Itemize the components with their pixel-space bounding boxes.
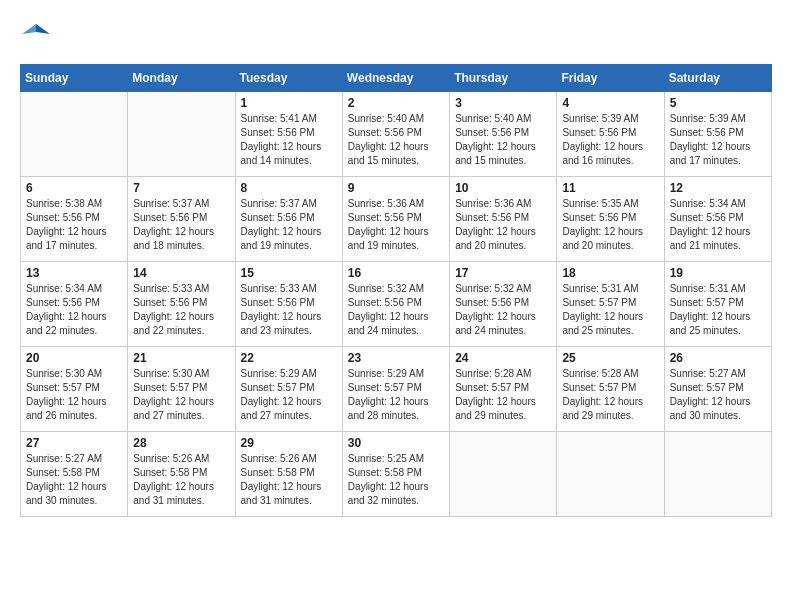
day-info: Sunrise: 5:31 AM Sunset: 5:57 PM Dayligh… [562, 282, 658, 338]
day-info: Sunrise: 5:28 AM Sunset: 5:57 PM Dayligh… [455, 367, 551, 423]
day-number: 11 [562, 181, 658, 195]
day-info: Sunrise: 5:34 AM Sunset: 5:56 PM Dayligh… [670, 197, 766, 253]
calendar-cell: 28Sunrise: 5:26 AM Sunset: 5:58 PM Dayli… [128, 432, 235, 517]
day-info: Sunrise: 5:41 AM Sunset: 5:56 PM Dayligh… [241, 112, 337, 168]
day-info: Sunrise: 5:32 AM Sunset: 5:56 PM Dayligh… [455, 282, 551, 338]
day-info: Sunrise: 5:26 AM Sunset: 5:58 PM Dayligh… [241, 452, 337, 508]
calendar-table: SundayMondayTuesdayWednesdayThursdayFrid… [20, 64, 772, 517]
day-number: 27 [26, 436, 122, 450]
day-info: Sunrise: 5:36 AM Sunset: 5:56 PM Dayligh… [455, 197, 551, 253]
calendar-cell: 15Sunrise: 5:33 AM Sunset: 5:56 PM Dayli… [235, 262, 342, 347]
day-info: Sunrise: 5:26 AM Sunset: 5:58 PM Dayligh… [133, 452, 229, 508]
calendar-week-row: 1Sunrise: 5:41 AM Sunset: 5:56 PM Daylig… [21, 92, 772, 177]
day-info: Sunrise: 5:36 AM Sunset: 5:56 PM Dayligh… [348, 197, 444, 253]
day-info: Sunrise: 5:33 AM Sunset: 5:56 PM Dayligh… [241, 282, 337, 338]
calendar-cell: 30Sunrise: 5:25 AM Sunset: 5:58 PM Dayli… [342, 432, 449, 517]
day-info: Sunrise: 5:28 AM Sunset: 5:57 PM Dayligh… [562, 367, 658, 423]
calendar-cell: 8Sunrise: 5:37 AM Sunset: 5:56 PM Daylig… [235, 177, 342, 262]
day-info: Sunrise: 5:32 AM Sunset: 5:56 PM Dayligh… [348, 282, 444, 338]
logo [20, 20, 50, 48]
calendar-cell [664, 432, 771, 517]
day-info: Sunrise: 5:31 AM Sunset: 5:57 PM Dayligh… [670, 282, 766, 338]
calendar-cell [128, 92, 235, 177]
day-info: Sunrise: 5:33 AM Sunset: 5:56 PM Dayligh… [133, 282, 229, 338]
logo-bird-icon [22, 20, 50, 48]
weekday-header-saturday: Saturday [664, 65, 771, 92]
calendar-week-row: 20Sunrise: 5:30 AM Sunset: 5:57 PM Dayli… [21, 347, 772, 432]
day-number: 12 [670, 181, 766, 195]
svg-marker-0 [36, 24, 50, 34]
day-info: Sunrise: 5:25 AM Sunset: 5:58 PM Dayligh… [348, 452, 444, 508]
day-number: 17 [455, 266, 551, 280]
calendar-week-row: 6Sunrise: 5:38 AM Sunset: 5:56 PM Daylig… [21, 177, 772, 262]
calendar-cell: 21Sunrise: 5:30 AM Sunset: 5:57 PM Dayli… [128, 347, 235, 432]
day-number: 21 [133, 351, 229, 365]
calendar-cell: 13Sunrise: 5:34 AM Sunset: 5:56 PM Dayli… [21, 262, 128, 347]
calendar-cell: 20Sunrise: 5:30 AM Sunset: 5:57 PM Dayli… [21, 347, 128, 432]
day-number: 25 [562, 351, 658, 365]
day-info: Sunrise: 5:27 AM Sunset: 5:57 PM Dayligh… [670, 367, 766, 423]
day-number: 13 [26, 266, 122, 280]
day-number: 30 [348, 436, 444, 450]
calendar-cell: 17Sunrise: 5:32 AM Sunset: 5:56 PM Dayli… [450, 262, 557, 347]
calendar-cell: 29Sunrise: 5:26 AM Sunset: 5:58 PM Dayli… [235, 432, 342, 517]
day-number: 28 [133, 436, 229, 450]
calendar-cell: 16Sunrise: 5:32 AM Sunset: 5:56 PM Dayli… [342, 262, 449, 347]
day-info: Sunrise: 5:37 AM Sunset: 5:56 PM Dayligh… [241, 197, 337, 253]
calendar-cell: 18Sunrise: 5:31 AM Sunset: 5:57 PM Dayli… [557, 262, 664, 347]
day-number: 4 [562, 96, 658, 110]
calendar-cell: 27Sunrise: 5:27 AM Sunset: 5:58 PM Dayli… [21, 432, 128, 517]
calendar-cell: 7Sunrise: 5:37 AM Sunset: 5:56 PM Daylig… [128, 177, 235, 262]
day-info: Sunrise: 5:30 AM Sunset: 5:57 PM Dayligh… [26, 367, 122, 423]
day-info: Sunrise: 5:35 AM Sunset: 5:56 PM Dayligh… [562, 197, 658, 253]
calendar-week-row: 27Sunrise: 5:27 AM Sunset: 5:58 PM Dayli… [21, 432, 772, 517]
day-number: 8 [241, 181, 337, 195]
day-info: Sunrise: 5:27 AM Sunset: 5:58 PM Dayligh… [26, 452, 122, 508]
calendar-cell: 9Sunrise: 5:36 AM Sunset: 5:56 PM Daylig… [342, 177, 449, 262]
day-number: 22 [241, 351, 337, 365]
calendar-cell: 22Sunrise: 5:29 AM Sunset: 5:57 PM Dayli… [235, 347, 342, 432]
weekday-header-tuesday: Tuesday [235, 65, 342, 92]
day-info: Sunrise: 5:29 AM Sunset: 5:57 PM Dayligh… [348, 367, 444, 423]
day-number: 14 [133, 266, 229, 280]
calendar-cell: 4Sunrise: 5:39 AM Sunset: 5:56 PM Daylig… [557, 92, 664, 177]
day-info: Sunrise: 5:30 AM Sunset: 5:57 PM Dayligh… [133, 367, 229, 423]
day-number: 20 [26, 351, 122, 365]
calendar-cell: 26Sunrise: 5:27 AM Sunset: 5:57 PM Dayli… [664, 347, 771, 432]
day-info: Sunrise: 5:38 AM Sunset: 5:56 PM Dayligh… [26, 197, 122, 253]
weekday-header-friday: Friday [557, 65, 664, 92]
day-number: 16 [348, 266, 444, 280]
day-number: 29 [241, 436, 337, 450]
day-info: Sunrise: 5:39 AM Sunset: 5:56 PM Dayligh… [562, 112, 658, 168]
calendar-cell [21, 92, 128, 177]
calendar-cell: 23Sunrise: 5:29 AM Sunset: 5:57 PM Dayli… [342, 347, 449, 432]
svg-marker-1 [22, 24, 36, 34]
day-number: 19 [670, 266, 766, 280]
day-info: Sunrise: 5:39 AM Sunset: 5:56 PM Dayligh… [670, 112, 766, 168]
day-info: Sunrise: 5:40 AM Sunset: 5:56 PM Dayligh… [348, 112, 444, 168]
calendar-cell: 2Sunrise: 5:40 AM Sunset: 5:56 PM Daylig… [342, 92, 449, 177]
day-number: 7 [133, 181, 229, 195]
day-number: 23 [348, 351, 444, 365]
weekday-header-monday: Monday [128, 65, 235, 92]
day-number: 3 [455, 96, 551, 110]
calendar-cell [557, 432, 664, 517]
day-number: 26 [670, 351, 766, 365]
calendar-week-row: 13Sunrise: 5:34 AM Sunset: 5:56 PM Dayli… [21, 262, 772, 347]
calendar-cell: 14Sunrise: 5:33 AM Sunset: 5:56 PM Dayli… [128, 262, 235, 347]
day-number: 10 [455, 181, 551, 195]
calendar-cell: 5Sunrise: 5:39 AM Sunset: 5:56 PM Daylig… [664, 92, 771, 177]
day-info: Sunrise: 5:37 AM Sunset: 5:56 PM Dayligh… [133, 197, 229, 253]
calendar-cell [450, 432, 557, 517]
day-number: 2 [348, 96, 444, 110]
page-header [20, 20, 772, 48]
day-number: 15 [241, 266, 337, 280]
calendar-cell: 24Sunrise: 5:28 AM Sunset: 5:57 PM Dayli… [450, 347, 557, 432]
calendar-cell: 6Sunrise: 5:38 AM Sunset: 5:56 PM Daylig… [21, 177, 128, 262]
day-info: Sunrise: 5:29 AM Sunset: 5:57 PM Dayligh… [241, 367, 337, 423]
day-number: 24 [455, 351, 551, 365]
calendar-cell: 25Sunrise: 5:28 AM Sunset: 5:57 PM Dayli… [557, 347, 664, 432]
day-number: 1 [241, 96, 337, 110]
day-number: 9 [348, 181, 444, 195]
day-info: Sunrise: 5:40 AM Sunset: 5:56 PM Dayligh… [455, 112, 551, 168]
